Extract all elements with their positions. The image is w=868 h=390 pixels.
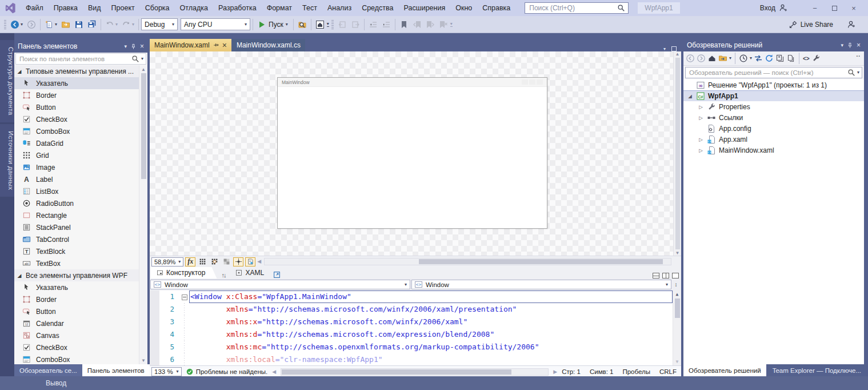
menu-item[interactable]: Тест bbox=[297, 0, 322, 16]
side-tab[interactable]: Источники данных bbox=[0, 124, 14, 197]
code-line[interactable]: 4 xmlns:d="http://schemas.microsoft.com/… bbox=[150, 328, 681, 341]
toggle-snaplines-button[interactable] bbox=[233, 257, 243, 266]
toolbar-overflow-icon[interactable]: .. bbox=[856, 51, 862, 58]
editor-vertical-scrollbar[interactable]: ▲ ▼ bbox=[673, 290, 681, 365]
tab-mainwindow-xaml-cs[interactable]: MainWindow.xaml.cs bbox=[232, 39, 305, 51]
tree-expander-icon[interactable] bbox=[687, 93, 693, 99]
next-bookmark-button[interactable] bbox=[424, 18, 437, 31]
toggle-bookmark-button[interactable] bbox=[398, 18, 410, 31]
tree-item[interactable]: App.xaml bbox=[683, 134, 864, 145]
view-code-icon[interactable]: <> bbox=[803, 55, 810, 62]
toolbox-item[interactable]: Border bbox=[14, 293, 139, 305]
sync-with-active-document-icon[interactable] bbox=[754, 54, 763, 63]
scroll-up-icon[interactable]: ▲ bbox=[141, 65, 146, 73]
menu-item[interactable]: Сборка bbox=[140, 0, 175, 16]
toolbox-section-common[interactable]: Типовые элементы управления ... bbox=[14, 65, 139, 77]
scroll-down-icon[interactable]: ▼ bbox=[676, 358, 679, 365]
tab-mainwindow-xaml[interactable]: MainWindow.xaml bbox=[150, 39, 231, 51]
toolbox-item[interactable]: A Label bbox=[14, 173, 139, 185]
toolbox-item[interactable]: TabControl bbox=[14, 233, 139, 245]
scrollbar-thumb[interactable] bbox=[419, 259, 662, 264]
fold-margin[interactable] bbox=[179, 353, 189, 365]
toggle-effects-button[interactable]: fx bbox=[185, 257, 195, 266]
tree-item[interactable]: Properties bbox=[683, 101, 864, 112]
undo-button[interactable] bbox=[103, 18, 119, 31]
line-ending[interactable]: CRLF bbox=[659, 368, 677, 375]
toolbar-grip[interactable] bbox=[4, 20, 6, 29]
maximize-button[interactable] bbox=[825, 0, 844, 16]
close-button[interactable]: × bbox=[844, 0, 863, 16]
snap-grid-button[interactable] bbox=[209, 257, 219, 266]
pop-out-pane-icon[interactable] bbox=[273, 271, 281, 278]
scroll-right-icon[interactable]: ▶ bbox=[553, 369, 557, 375]
new-project-button[interactable] bbox=[43, 18, 59, 31]
window-position-icon[interactable]: ▾ bbox=[841, 42, 843, 48]
xaml-code-editor[interactable]: 1 <Window x:Class="WpfApp1.MainWindow" 2… bbox=[150, 290, 681, 365]
tree-item[interactable]: Ссылки bbox=[683, 112, 864, 123]
collapse-all-icon[interactable] bbox=[775, 54, 785, 63]
vertical-split-icon[interactable] bbox=[662, 273, 669, 278]
scroll-left-icon[interactable]: ◀ bbox=[257, 259, 261, 264]
indent-mode[interactable]: Пробелы bbox=[622, 368, 650, 375]
toolbox-scrollbar[interactable]: ▲ ▼ bbox=[139, 65, 147, 364]
fold-margin[interactable] bbox=[179, 316, 189, 328]
navigate-backward-code-button[interactable] bbox=[336, 18, 349, 31]
scroll-down-icon[interactable]: ▼ bbox=[675, 250, 680, 256]
scroll-up-icon[interactable]: ▲ bbox=[675, 51, 680, 57]
tab-xaml-view[interactable]: XAML bbox=[230, 267, 270, 278]
fold-margin[interactable] bbox=[179, 303, 189, 316]
show-grid-button[interactable] bbox=[197, 257, 207, 266]
toolbox-item[interactable]: 12 Calendar bbox=[14, 317, 139, 329]
refresh-icon[interactable] bbox=[765, 54, 774, 63]
toolbox-item[interactable]: Button bbox=[14, 101, 139, 113]
window-position-icon[interactable]: ▾ bbox=[124, 43, 127, 49]
toolbox-item[interactable]: ComboBox bbox=[14, 125, 139, 137]
editor-horizontal-scrollbar[interactable] bbox=[281, 368, 549, 376]
navigate-forward-button[interactable] bbox=[25, 18, 38, 31]
toolbox-item[interactable]: ListBox bbox=[14, 185, 139, 197]
toolbox-item[interactable]: ComboBox bbox=[14, 353, 139, 364]
code-line[interactable]: 1 <Window x:Class="WpfApp1.MainWindow" bbox=[150, 290, 681, 303]
switch-views-dropdown-icon[interactable] bbox=[729, 56, 731, 61]
designer-vertical-scrollbar[interactable]: ▲ ▼ bbox=[673, 51, 681, 256]
show-all-files-icon[interactable] bbox=[786, 54, 795, 63]
toolbox-section-all-wpf[interactable]: Все элементы управления WPF bbox=[14, 269, 139, 281]
tab-solution-explorer[interactable]: Обозреватель решений bbox=[683, 364, 766, 376]
fold-margin[interactable] bbox=[179, 341, 189, 353]
search-options-icon[interactable] bbox=[857, 70, 859, 75]
toolbox-item[interactable]: Canvas bbox=[14, 329, 139, 341]
toolbox-item[interactable]: CheckBox bbox=[14, 341, 139, 353]
find-in-files-button[interactable] bbox=[296, 18, 309, 31]
horizontal-split-icon[interactable] bbox=[653, 273, 659, 278]
toolbox-item[interactable]: Rectangle bbox=[14, 209, 139, 221]
code-line[interactable]: 5 xmlns:mc="http://schemas.openxmlformat… bbox=[150, 341, 681, 353]
menu-item[interactable]: Отладка bbox=[175, 0, 213, 16]
toolbox-search[interactable] bbox=[15, 53, 146, 65]
navigate-forward-code-button[interactable] bbox=[349, 18, 362, 31]
menu-item[interactable]: Формат bbox=[262, 0, 297, 16]
menu-item[interactable]: Расширения bbox=[399, 0, 451, 16]
pin-tab-icon[interactable] bbox=[213, 42, 219, 48]
tab-list-dropdown-icon[interactable] bbox=[663, 47, 666, 51]
menu-item[interactable]: Анализ bbox=[322, 0, 357, 16]
toolbox-header[interactable]: Панель элементов ▾ × bbox=[14, 40, 147, 53]
tab-team-explorer[interactable]: Team Explorer — Подключе... bbox=[767, 364, 866, 376]
toolbox-item[interactable]: DataGrid bbox=[14, 137, 139, 149]
scrollbar-thumb[interactable] bbox=[675, 299, 680, 318]
solution-search-input[interactable] bbox=[688, 69, 846, 77]
tree-item[interactable]: ∞ Решение "WpfApp1" (проекты: 1 из 1) bbox=[683, 79, 864, 90]
startup-page-button[interactable] bbox=[314, 18, 326, 31]
toolbox-item[interactable]: Button bbox=[14, 305, 139, 317]
close-icon[interactable]: × bbox=[857, 41, 861, 49]
swap-panes-icon[interactable]: ↑↓ bbox=[217, 272, 230, 278]
quick-launch-search[interactable] bbox=[525, 2, 629, 14]
menu-item[interactable]: Справка bbox=[477, 0, 515, 16]
pin-icon[interactable] bbox=[847, 42, 853, 49]
toolbox-item[interactable]: RadioButton bbox=[14, 197, 139, 209]
tab-toolbox[interactable]: Панель элементов bbox=[82, 364, 150, 376]
xaml-designer-surface[interactable]: MainWindow ▲ ▼ bbox=[150, 51, 681, 256]
tab-output[interactable]: Вывод bbox=[46, 379, 66, 387]
previous-bookmark-button[interactable] bbox=[411, 18, 423, 31]
scrollbar-thumb[interactable] bbox=[282, 369, 511, 375]
toolbox-item[interactable]: abl TextBox bbox=[14, 257, 139, 269]
